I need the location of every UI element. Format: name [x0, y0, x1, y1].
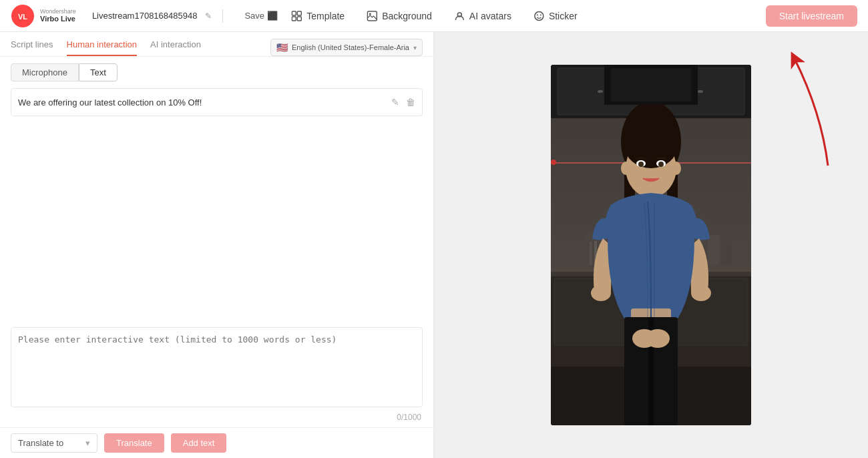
ai-avatars-icon: [453, 10, 465, 22]
interactive-text-input[interactable]: [11, 327, 423, 407]
main-tabs-row: Script lines Human interaction AI intera…: [0, 32, 433, 57]
position-marker-dot: [551, 160, 556, 165]
background-icon: [366, 10, 378, 22]
script-list: We are offering our latest collection on…: [0, 88, 433, 122]
voice-selector[interactable]: 🇺🇸 English (United States)-Female-Aria ▾: [270, 39, 423, 56]
svg-rect-16: [698, 90, 703, 93]
svg-point-9: [534, 11, 543, 20]
save-icon: ⬛: [267, 11, 278, 21]
voice-value: English (United States)-Female-Aria: [292, 43, 409, 51]
left-panel: Script lines Human interaction AI intera…: [0, 32, 434, 458]
svg-point-46: [658, 162, 664, 167]
svg-rect-2: [292, 11, 296, 15]
svg-rect-5: [297, 17, 301, 21]
header-divider: [222, 9, 223, 23]
sticker-icon: [533, 10, 545, 22]
nav-template[interactable]: Template: [290, 10, 345, 22]
svg-point-50: [591, 285, 611, 301]
svg-rect-18: [611, 68, 691, 101]
sub-tabs-row: Microphone Text: [0, 57, 433, 88]
arrow-annotation: [788, 45, 841, 179]
nav-sticker[interactable]: Sticker: [533, 10, 578, 22]
translate-button[interactable]: Translate: [104, 433, 164, 453]
translate-to-label: Translate to: [18, 438, 63, 448]
flag-icon: 🇺🇸: [276, 42, 288, 53]
right-panel: [434, 32, 868, 458]
svg-point-7: [369, 13, 371, 15]
delete-script-icon[interactable]: 🗑: [406, 97, 415, 107]
arrow-svg: [788, 45, 841, 179]
sub-tab-microphone[interactable]: Microphone: [11, 63, 79, 81]
logo-area: VL Wondershare Virbo Live Livestream1708…: [11, 4, 283, 28]
add-text-button[interactable]: Add text: [171, 433, 227, 453]
template-icon: [290, 10, 302, 22]
app-brand: Wondershare: [40, 8, 76, 15]
svg-point-10: [536, 14, 537, 15]
svg-point-42: [672, 162, 681, 175]
svg-rect-3: [297, 11, 301, 15]
script-spacer: [0, 122, 433, 327]
svg-point-45: [638, 162, 644, 167]
save-button[interactable]: Save ⬛: [239, 8, 283, 23]
script-item-actions: ✎ 🗑: [391, 97, 415, 107]
svg-point-41: [621, 162, 630, 175]
script-item: We are offering our latest collection on…: [11, 88, 423, 116]
nav-sticker-label: Sticker: [549, 11, 578, 21]
svg-rect-6: [367, 11, 377, 21]
app-logo-icon: VL: [11, 4, 35, 28]
edit-project-icon[interactable]: ✎: [205, 11, 212, 21]
nav-background[interactable]: Background: [366, 10, 432, 22]
edit-script-icon[interactable]: ✎: [391, 97, 399, 107]
main-layout: Script lines Human interaction AI intera…: [0, 32, 868, 458]
char-count: 0/1000: [11, 413, 423, 422]
save-label: Save: [244, 11, 264, 21]
project-name: Livestream1708168485948: [92, 11, 198, 21]
tab-human-interaction[interactable]: Human interaction: [67, 39, 138, 56]
svg-rect-4: [292, 17, 296, 21]
nav-ai-avatars[interactable]: AI avatars: [453, 10, 511, 22]
tab-ai-interaction[interactable]: AI interaction: [150, 39, 201, 56]
translate-chevron-icon: ▾: [85, 438, 90, 448]
translate-to-select[interactable]: Translate to ▾: [11, 433, 97, 453]
text-input-section: 0/1000: [0, 327, 433, 427]
chevron-down-icon: ▾: [413, 44, 417, 51]
header-nav: Template Background AI avatars: [290, 10, 577, 22]
sub-tab-text[interactable]: Text: [79, 63, 118, 81]
script-item-text: We are offering our latest collection on…: [18, 97, 391, 107]
header: VL Wondershare Virbo Live Livestream1708…: [0, 0, 868, 32]
avatar-figure-svg: [584, 105, 718, 425]
svg-point-53: [646, 329, 670, 348]
bottom-bar: Translate to ▾ Translate Add text: [0, 427, 433, 458]
avatar-preview: [551, 65, 751, 425]
nav-template-label: Template: [306, 11, 345, 21]
tab-script-lines[interactable]: Script lines: [11, 39, 53, 56]
svg-rect-15: [598, 90, 603, 93]
nav-ai-avatars-label: AI avatars: [469, 11, 511, 21]
app-name: Virbo Live: [40, 15, 76, 23]
svg-point-51: [691, 285, 711, 301]
svg-text:VL: VL: [18, 13, 27, 21]
svg-point-40: [624, 122, 678, 168]
svg-point-11: [539, 14, 541, 15]
start-livestream-button[interactable]: Start livestream: [766, 5, 857, 27]
background-scene: [551, 65, 751, 425]
nav-background-label: Background: [382, 11, 432, 21]
